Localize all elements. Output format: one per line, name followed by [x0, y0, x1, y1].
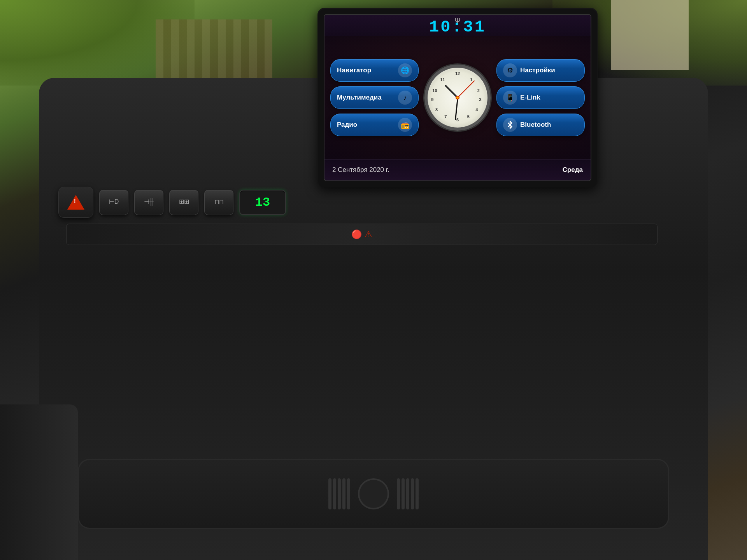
clock-orange-dot — [456, 96, 459, 99]
warning-strip: 🔴 ⚠ — [66, 224, 658, 245]
clock-num-10: 10 — [432, 88, 437, 93]
clock-num-6: 6 — [456, 117, 459, 122]
rear-defrost-button[interactable]: ⊞⊞ — [169, 190, 198, 215]
hazard-button[interactable] — [58, 187, 93, 218]
vent-fin — [397, 478, 400, 509]
screen-top-bar: Ψ 10:31 — [324, 15, 591, 36]
clock-num-2: 2 — [477, 88, 480, 93]
fog-front-button[interactable]: ⊢D — [99, 190, 128, 215]
clock-face: 12 1 2 3 4 5 6 7 8 9 10 11 — [428, 68, 487, 128]
right-vent — [397, 478, 419, 509]
vent-fin — [328, 478, 331, 509]
clock-num-12: 12 — [455, 71, 460, 76]
screen-main-content: Навигатор 🌐 Мультимедиа ♪ Радио 📻 — [324, 36, 591, 159]
windshield-button[interactable]: ⊓⊓ — [204, 190, 233, 215]
gear-icon: ⚙ — [503, 63, 517, 77]
elink-button[interactable]: 📱 E-Link — [496, 86, 585, 109]
vent-fin — [406, 478, 409, 509]
fog-front-icon: ⊢D — [109, 198, 119, 205]
controls-area: ⊢D ⊣╫ ⊞⊞ ⊓⊓ 13 — [58, 187, 669, 218]
infotainment-unit: Ψ 10:31 Навигатор 🌐 Мультимедиа ♪ Радио … — [317, 8, 598, 187]
center-vent-knob[interactable] — [358, 478, 389, 509]
usb-icon: Ψ — [454, 17, 460, 25]
clock-num-11: 11 — [440, 77, 445, 82]
vent-fin — [411, 478, 414, 509]
vent-area — [78, 459, 669, 529]
temperature-display: 13 — [239, 190, 286, 215]
clock-num-9: 9 — [431, 97, 433, 102]
clock-container: 12 1 2 3 4 5 6 7 8 9 10 11 — [423, 65, 493, 131]
vent-fin — [333, 478, 336, 509]
settings-button[interactable]: ⚙ Настройки — [496, 59, 585, 82]
screen-bottom-bar: 2 Сентября 2020 г. Среда — [324, 159, 591, 180]
vent-fin — [402, 478, 405, 509]
second-hand — [457, 80, 475, 98]
navigator-button[interactable]: Навигатор 🌐 — [330, 59, 419, 82]
clock-num-7: 7 — [444, 114, 447, 119]
fog-rear-icon: ⊣╫ — [144, 198, 154, 205]
steering-column — [0, 404, 78, 560]
temperature-value: 13 — [255, 195, 270, 210]
bluetooth-button[interactable]: Bluetooth — [496, 114, 585, 136]
building-background — [611, 0, 689, 70]
left-menu-buttons: Навигатор 🌐 Мультимедиа ♪ Радио 📻 — [330, 59, 419, 136]
multimedia-button[interactable]: Мультимедиа ♪ — [330, 86, 419, 109]
rear-defrost-icon: ⊞⊞ — [179, 198, 189, 205]
vent-fin — [347, 478, 350, 509]
day-display: Среда — [563, 166, 583, 174]
date-display: 2 Сентября 2020 г. — [332, 166, 389, 174]
music-icon: ♪ — [398, 91, 412, 105]
clock-num-8: 8 — [435, 107, 438, 112]
clock-num-1: 1 — [470, 77, 472, 82]
seatbelt-warning-icon: 🔴 ⚠ — [351, 229, 372, 240]
right-menu-buttons: ⚙ Настройки 📱 E-Link Bluetooth — [496, 59, 585, 136]
left-vent — [328, 478, 350, 509]
radio-icon: 📻 — [398, 118, 412, 132]
fence-background — [156, 19, 272, 78]
clock-num-4: 4 — [475, 107, 478, 112]
radio-button[interactable]: Радио 📻 — [330, 114, 419, 136]
analog-clock: 12 1 2 3 4 5 6 7 8 9 10 11 — [424, 65, 491, 131]
vent-fin — [338, 478, 341, 509]
hazard-triangle-icon — [67, 195, 84, 210]
minute-hand — [454, 98, 458, 120]
phone-icon: 📱 — [503, 91, 517, 105]
globe-icon: 🌐 — [398, 63, 412, 77]
vent-fin — [342, 478, 345, 509]
fog-rear-button[interactable]: ⊣╫ — [134, 190, 163, 215]
screen: Ψ 10:31 Навигатор 🌐 Мультимедиа ♪ Радио … — [324, 14, 591, 181]
clock-num-5: 5 — [467, 114, 470, 119]
windshield-icon: ⊓⊓ — [214, 198, 224, 205]
clock-num-3: 3 — [479, 97, 481, 102]
bluetooth-icon — [503, 118, 517, 132]
vent-fin — [416, 478, 419, 509]
